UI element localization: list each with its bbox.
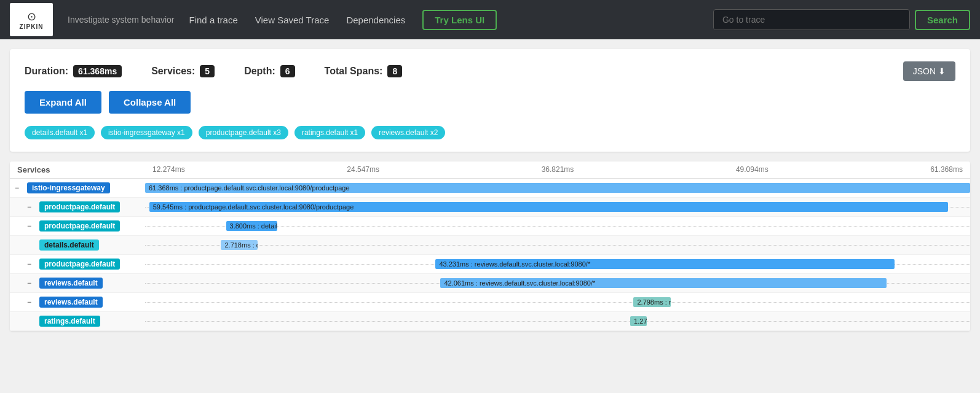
- table-row: −reviews.default42.061ms : reviews.defau…: [10, 274, 970, 293]
- service-tags: details.default x1istio-ingressgateway x…: [25, 126, 955, 139]
- table-row: −productpage.default3.800ms : details.de…: [10, 217, 970, 236]
- table-row: ratings.default1.273ms : ratings.default…: [10, 312, 970, 331]
- trace-area: Services 12.274ms24.547ms36.821ms49.094m…: [10, 161, 970, 331]
- row-dots-line: [145, 245, 970, 246]
- nav-dependencies[interactable]: Dependencies: [346, 15, 405, 25]
- header-nav: Find a trace View Saved Trace Dependenci…: [189, 10, 698, 30]
- service-tag: productpage.default x3: [199, 126, 288, 139]
- span-bar[interactable]: 43.231ms : reviews.default.svc.cluster.l…: [435, 259, 894, 269]
- row-service-col: −reviews.default: [10, 275, 145, 291]
- depth-value: 6: [280, 65, 295, 77]
- json-btn-label: JSON ⬇: [913, 66, 946, 76]
- service-tag: reviews.default x2: [371, 126, 445, 139]
- span-bar[interactable]: 3.800ms : details.default.svc.cluster.lo…: [226, 221, 277, 231]
- service-badge[interactable]: details.default: [39, 239, 99, 251]
- row-service-col: −productpage.default: [10, 218, 145, 234]
- span-bar[interactable]: 61.368ms : productpage.default.svc.clust…: [145, 183, 970, 193]
- span-bar[interactable]: 42.061ms : reviews.default.svc.cluster.l…: [440, 278, 887, 288]
- row-bar-area: 2.798ms : ratings.default.svc.cluster.lo…: [145, 293, 970, 311]
- header-tagline: Investigate system behavior: [68, 15, 175, 25]
- span-bar[interactable]: 59.545ms : productpage.default.svc.clust…: [149, 202, 948, 212]
- nav-find-trace[interactable]: Find a trace: [189, 15, 238, 25]
- service-badge[interactable]: istio-ingressgateway: [27, 182, 110, 193]
- collapse-icon[interactable]: −: [15, 184, 25, 192]
- span-bar[interactable]: 2.718ms : details.default.svc.cluster.lo…: [221, 240, 257, 250]
- timeline-marker: 61.368ms: [930, 165, 963, 174]
- logo-pin-icon: ⊙: [27, 10, 36, 23]
- service-tag: details.default x1: [25, 126, 95, 139]
- row-service-col: −productpage.default: [10, 256, 145, 272]
- summary-stats: Duration: 61.368ms Services: 5 Depth: 6 …: [25, 61, 955, 81]
- app-header: ⊙ ZIPKIN Investigate system behavior Fin…: [0, 0, 980, 39]
- total-spans-label: Total Spans:: [325, 66, 383, 77]
- stat-duration: Duration: 61.368ms: [25, 65, 122, 77]
- service-badge[interactable]: productpage.default: [39, 220, 120, 232]
- service-tag: ratings.default x1: [294, 126, 365, 139]
- logo: ⊙ ZIPKIN: [10, 3, 53, 36]
- services-value: 5: [200, 65, 215, 77]
- row-service-col: −productpage.default: [10, 199, 145, 215]
- row-bar-area: 43.231ms : reviews.default.svc.cluster.l…: [145, 255, 970, 273]
- service-badge[interactable]: reviews.default: [39, 297, 103, 308]
- expand-all-button[interactable]: Expand All: [25, 91, 101, 114]
- timeline-marker: 12.274ms: [152, 165, 185, 174]
- expand-collapse-buttons: Expand All Collapse All: [25, 91, 955, 114]
- span-label: 59.545ms : productpage.default.svc.clust…: [153, 203, 354, 211]
- total-spans-value: 8: [387, 65, 402, 77]
- service-badge[interactable]: productpage.default: [39, 259, 120, 270]
- timeline-markers: 12.274ms24.547ms36.821ms49.094ms61.368ms: [145, 165, 970, 174]
- nav-view-saved-trace[interactable]: View Saved Trace: [255, 15, 330, 25]
- row-service-col: details.default: [10, 237, 145, 253]
- span-label: 42.061ms : reviews.default.svc.cluster.l…: [444, 279, 595, 287]
- table-row: −productpage.default43.231ms : reviews.d…: [10, 255, 970, 274]
- row-bar-area: 42.061ms : reviews.default.svc.cluster.l…: [145, 274, 970, 292]
- row-bar-area: 59.545ms : productpage.default.svc.clust…: [145, 198, 970, 216]
- summary-card: Duration: 61.368ms Services: 5 Depth: 6 …: [10, 49, 970, 152]
- duration-label: Duration:: [25, 66, 68, 77]
- stat-total-spans: Total Spans: 8: [325, 65, 403, 77]
- try-lens-button[interactable]: Try Lens UI: [422, 10, 497, 30]
- service-badge[interactable]: ratings.default: [39, 316, 100, 327]
- row-service-col: ratings.default: [10, 313, 145, 329]
- timeline-header: Services 12.274ms24.547ms36.821ms49.094m…: [10, 161, 970, 179]
- timeline-marker: 24.547ms: [347, 165, 379, 174]
- table-row: −istio-ingressgateway61.368ms : productp…: [10, 179, 970, 198]
- span-bar[interactable]: 1.273ms : ratings.default.svc.cluster.lo…: [630, 316, 647, 326]
- depth-label: Depth:: [244, 66, 275, 77]
- go-to-trace-input[interactable]: [713, 9, 910, 30]
- trace-rows: −istio-ingressgateway61.368ms : productp…: [10, 179, 970, 331]
- row-service-col: −istio-ingressgateway: [10, 180, 145, 196]
- table-row: −reviews.default2.798ms : ratings.defaul…: [10, 293, 970, 312]
- row-bar-area: 61.368ms : productpage.default.svc.clust…: [145, 179, 970, 197]
- service-badge[interactable]: productpage.default: [39, 201, 120, 212]
- json-download-button[interactable]: JSON ⬇: [903, 61, 955, 81]
- logo-box: ⊙ ZIPKIN: [10, 3, 53, 36]
- span-label: 61.368ms : productpage.default.svc.clust…: [149, 184, 350, 192]
- search-button[interactable]: Search: [915, 10, 970, 30]
- table-row: −productpage.default59.545ms : productpa…: [10, 198, 970, 217]
- collapse-icon[interactable]: −: [27, 203, 37, 211]
- service-tag: istio-ingressgateway x1: [101, 126, 192, 139]
- span-bar[interactable]: 2.798ms : ratings.default.svc.cluster.lo…: [633, 297, 670, 307]
- service-badge[interactable]: reviews.default: [39, 278, 103, 289]
- services-label: Services:: [151, 66, 195, 77]
- table-row: details.default2.718ms : details.default…: [10, 236, 970, 255]
- collapse-all-button[interactable]: Collapse All: [109, 91, 191, 114]
- row-bar-area: 1.273ms : ratings.default.svc.cluster.lo…: [145, 312, 970, 330]
- collapse-icon[interactable]: −: [27, 260, 37, 268]
- timeline-services-label: Services: [10, 165, 145, 174]
- collapse-icon[interactable]: −: [27, 298, 37, 306]
- span-label: 3.800ms : details.default.svc.cluster.lo…: [230, 222, 277, 230]
- duration-value: 61.368ms: [73, 65, 122, 77]
- search-area: Search: [713, 9, 970, 30]
- span-label: 2.718ms : details.default.svc.cluster.lo…: [224, 241, 257, 249]
- row-dots-line: [145, 302, 970, 303]
- stat-depth: Depth: 6: [244, 65, 294, 77]
- row-bar-area: 3.800ms : details.default.svc.cluster.lo…: [145, 217, 970, 235]
- timeline-marker: 36.821ms: [542, 165, 574, 174]
- span-label: 2.798ms : ratings.default.svc.cluster.lo…: [637, 298, 670, 306]
- span-label: 43.231ms : reviews.default.svc.cluster.l…: [439, 260, 590, 268]
- collapse-icon[interactable]: −: [27, 279, 37, 287]
- collapse-icon[interactable]: −: [27, 222, 37, 230]
- row-dots-line: [145, 321, 970, 322]
